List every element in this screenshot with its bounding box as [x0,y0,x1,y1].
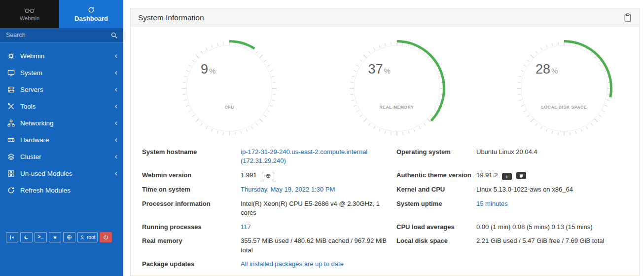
sidebar-item-label: Networking [20,119,115,127]
percent-sign: % [209,67,215,75]
favorites-button[interactable]: ★ [49,232,61,242]
copy-to-clipboard-button[interactable] [624,13,632,22]
info-value: 19.91.2 i [476,168,629,183]
sidebar-item-label: Servers [20,86,115,93]
info-value: 15 minutes [476,197,629,220]
theme-version-value: 19.91.2 [476,171,498,179]
info-label: CPU load averages [396,220,476,234]
hostname-link[interactable]: ip-172-31-29-240.us-east-2.compute.inter… [241,148,367,164]
search-input[interactable] [6,32,111,39]
info-label: Processor information [142,197,241,220]
info-value: Ubuntu Linux 20.04.4 [476,145,629,168]
info-value: ip-172-31-29-240.us-east-2.compute.inter… [241,145,396,168]
info-icon: i [506,174,508,179]
brand-label: Webmin [20,15,39,21]
sidebar-item-servers[interactable]: Servers ‹ [0,81,123,98]
sidebar-search [0,28,123,42]
sidebar-item-label: Webmin [20,52,115,60]
webmin-logo[interactable]: Webmin [0,0,59,28]
user-icon [80,235,85,240]
sidebar-header: Webmin Dashboard [0,0,123,28]
info-value: All installed packages are up to date [241,257,396,271]
dashboard-tab-label: Dashboard [74,15,108,22]
info-value: Intel(R) Xeon(R) CPU E5-2686 v4 @ 2.30GH… [241,197,396,220]
package-updates-link[interactable]: All installed packages are up to date [241,260,344,268]
info-value: 0.00 (1 min) 0.08 (5 mins) 0.13 (15 mins… [476,220,629,234]
info-label: System uptime [396,197,476,220]
sidebar-item-tools[interactable]: Tools ‹ [0,98,123,115]
time-on-system-link[interactable]: Thursday, May 19, 2022 1:30 PM [241,186,335,193]
monitor-icon [7,69,15,77]
info-value: 355.57 MiB used / 480.62 MiB cached / 96… [241,234,396,257]
tab-dashboard[interactable]: Dashboard [59,0,123,28]
sidebar-toggle-icon [9,235,15,240]
sidebar-item-hardware[interactable]: Hardware ‹ [0,131,123,148]
sidebar-menu: Webmin ‹ System ‹ Servers ‹ Tools ‹ Netw… [0,42,123,198]
info-label: Package updates [142,257,241,271]
dashboard-refresh-icon [88,6,95,13]
info-label: Operating system [396,145,476,168]
sidebar-quick-actions: >_ ★ root [0,232,123,242]
chevron-left-icon: ‹ [115,153,117,160]
main-content: System Information 9% CPU 37% REAL MEMOR… [123,0,644,276]
package-icon [266,173,271,179]
disk-gauge-label: LOCAL DISK SPACE [515,105,613,110]
cpu-gauge-label: CPU [180,105,279,110]
globe-icon [67,235,72,240]
sidebar-item-label: Tools [20,103,115,110]
percent-sign: % [384,67,391,75]
cpu-gauge-value: 9 [201,62,208,77]
github-icon [519,173,524,178]
info-label: Kernel and CPU [396,183,476,197]
info-label: Running processes [142,220,241,234]
refresh-icon [7,187,15,194]
modules-grid-icon [7,170,15,177]
language-globe-button[interactable] [63,232,75,242]
sidebar-item-networking[interactable]: Networking ‹ [0,115,123,131]
sidebar-item-refresh-modules[interactable]: Refresh Modules [0,182,123,198]
terminal-button[interactable]: >_ [35,232,47,242]
sidebar-item-system[interactable]: System ‹ [0,64,123,81]
webmin-version-value: 1.991 [241,171,257,179]
uptime-link[interactable]: 15 minutes [476,200,508,207]
sidebar-item-label: System [20,69,115,77]
night-mode-button[interactable] [20,232,33,242]
hard-drive-icon [7,136,15,144]
check-updates-button[interactable] [262,172,274,180]
user-button[interactable]: root [77,232,98,242]
info-value: 117 [241,220,396,234]
chevron-left-icon: ‹ [115,119,117,127]
sidebar-toggle-button[interactable] [6,232,18,242]
search-icon[interactable] [111,32,117,39]
info-row: Running processes 117 CPU load averages … [142,220,629,234]
sidebar-item-webmin[interactable]: Webmin ‹ [0,47,123,64]
sidebar-item-cluster[interactable]: Cluster ‹ [0,148,123,165]
sidebar-item-label: Refresh Modules [20,187,117,194]
memory-gauge-value: 37 [368,62,383,77]
info-value: Linux 5.13.0-1022-aws on x86_64 [476,183,629,197]
info-row: Processor information Intel(R) Xeon(R) C… [142,197,629,220]
logout-button[interactable] [100,232,112,242]
cpu-gauge: 9% CPU [180,39,279,140]
theme-info-button[interactable]: i [502,173,512,180]
info-value: Thursday, May 19, 2022 1:30 PM [241,183,396,197]
system-information-panel: System Information 9% CPU 37% REAL MEMOR… [130,8,640,276]
theme-github-button[interactable] [516,172,526,179]
running-processes-link[interactable]: 117 [241,223,251,231]
terminal-icon: >_ [37,235,43,240]
sidebar-item-unused-modules[interactable]: Un-used Modules ‹ [0,165,123,182]
chevron-left-icon: ‹ [115,136,117,144]
gauges-row: 9% CPU 37% REAL MEMORY 28% LOCAL DISK SP… [131,27,639,142]
layers-icon [7,153,15,160]
info-label: Time on system [142,183,241,197]
info-value: 2.21 GiB used / 5.47 GiB free / 7.69 GiB… [476,234,629,257]
moon-icon [24,235,29,240]
chevron-left-icon: ‹ [115,102,117,110]
info-row: Webmin version 1.991 Authentic theme ver… [142,168,629,183]
chevron-left-icon: ‹ [115,85,117,93]
percent-sign: % [551,67,558,75]
power-icon [103,235,108,240]
real-memory-gauge: 37% REAL MEMORY [348,39,446,140]
chevron-left-icon: ‹ [115,69,117,77]
panel-header: System Information [131,8,639,27]
